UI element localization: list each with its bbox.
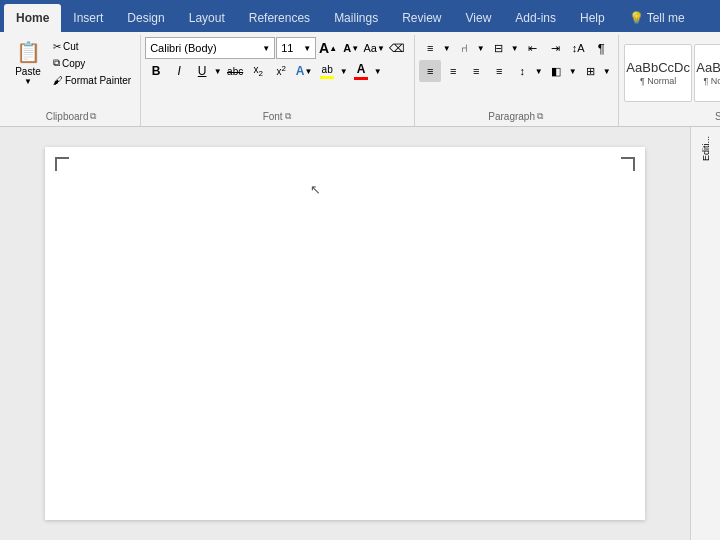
bold-button[interactable]: B (145, 60, 167, 82)
strikethrough-button[interactable]: abc (224, 60, 246, 82)
tab-view[interactable]: View (454, 4, 504, 32)
tab-home[interactable]: Home (4, 4, 61, 32)
superscript-button[interactable]: x2 (270, 60, 292, 82)
font-color-dropdown-button[interactable]: ▼ (373, 60, 383, 82)
line-spacing-dropdown[interactable]: ▼ (534, 60, 544, 82)
tab-mailings[interactable]: Mailings (322, 4, 390, 32)
styles-list: AaBbCcDc ¶ Normal AaBbCcDc ¶ No Spac... … (623, 43, 720, 103)
paragraph-row2: ≡ ≡ ≡ ≡ ↕ ▼ ◧ (419, 60, 612, 82)
font-color-wrapper: ▼ (373, 60, 383, 82)
document-area[interactable]: ↖ (0, 127, 690, 540)
font-size-dropdown[interactable]: 11 ▼ (276, 37, 316, 59)
font-controls: Calibri (Body) ▼ 11 ▼ A ▲ A ▼ (145, 37, 408, 82)
format-painter-button[interactable]: 🖌 Format Painter (50, 72, 134, 88)
eraser-icon: ⌫ (389, 42, 405, 55)
page-corner-tl (55, 157, 69, 171)
increase-indent-icon: ⇥ (551, 42, 560, 55)
decrease-indent-button[interactable]: ⇤ (521, 37, 543, 59)
style-normal-preview: AaBbCcDc (626, 61, 690, 74)
paragraph-expander[interactable]: ⧉ (537, 111, 543, 122)
align-center-button[interactable]: ≡ (442, 60, 464, 82)
tab-layout[interactable]: Layout (177, 4, 237, 32)
borders-button[interactable]: ⊞ (579, 60, 601, 82)
tab-help[interactable]: Help (568, 4, 617, 32)
font-group: Calibri (Body) ▼ 11 ▼ A ▲ A ▼ (141, 35, 415, 126)
font-name-dropdown[interactable]: Calibri (Body) ▼ (145, 37, 275, 59)
borders-icon: ⊞ (586, 65, 595, 78)
tab-insert[interactable]: Insert (61, 4, 115, 32)
align-left-button[interactable]: ≡ (419, 60, 441, 82)
clipboard-group-content: 📋 Paste ▼ ✂ Cut ⧉ Copy 🖌 Format P (8, 37, 134, 109)
clipboard-group: 📋 Paste ▼ ✂ Cut ⧉ Copy 🖌 Format P (4, 35, 141, 126)
highlight-button[interactable]: ab (316, 60, 338, 82)
styles-group: AaBbCcDc ¶ Normal AaBbCcDc ¶ No Spac... … (619, 35, 720, 126)
effects-arrow: ▼ (305, 67, 313, 76)
tab-review[interactable]: Review (390, 4, 453, 32)
line-spacing-icon: ↕ (519, 65, 525, 77)
line-spacing-button[interactable]: ↕ (511, 60, 533, 82)
borders-dropdown[interactable]: ▼ (602, 60, 612, 82)
text-effects-icon: A (296, 64, 305, 78)
copy-button[interactable]: ⧉ Copy (50, 55, 134, 71)
align-right-icon: ≡ (473, 65, 479, 77)
cursor: ↖ (310, 182, 321, 197)
style-normal[interactable]: AaBbCcDc ¶ Normal (624, 44, 692, 102)
underline-button[interactable]: U (191, 60, 213, 82)
sort-button[interactable]: ↕A (567, 37, 589, 59)
font-grow-icon: A (319, 40, 329, 56)
tab-addins[interactable]: Add-ins (503, 4, 568, 32)
font-expander[interactable]: ⧉ (285, 111, 291, 122)
cut-button[interactable]: ✂ Cut (50, 38, 134, 54)
font-shrink-button[interactable]: A ▼ (340, 37, 362, 59)
paste-label: Paste (15, 66, 41, 77)
increase-indent-button[interactable]: ⇥ (544, 37, 566, 59)
font-grow-button[interactable]: A ▲ (317, 37, 339, 59)
cut-icon: ✂ (53, 41, 61, 52)
shading-button[interactable]: ◧ (545, 60, 567, 82)
highlight-dropdown-button[interactable]: ▼ (339, 60, 349, 82)
numbering-button[interactable]: ⑁ (453, 37, 475, 59)
font-name-arrow: ▼ (262, 44, 270, 53)
font-name-row: Calibri (Body) ▼ 11 ▼ A ▲ A ▼ (145, 37, 408, 59)
tab-references[interactable]: References (237, 4, 322, 32)
shading-dropdown[interactable]: ▼ (568, 60, 578, 82)
copy-icon: ⧉ (53, 57, 60, 69)
style-no-spacing[interactable]: AaBbCcDc ¶ No Spac... (694, 44, 720, 102)
font-group-content: Calibri (Body) ▼ 11 ▼ A ▲ A ▼ (145, 37, 408, 109)
text-effects-button[interactable]: A ▼ (293, 60, 315, 82)
style-nospace-preview: AaBbCcDc (696, 61, 720, 74)
font-group-label: Font ⧉ (145, 109, 408, 124)
paragraph-controls: ≡ ▼ ⑁ ▼ ⊟ ▼ ⇤ ⇥ (419, 37, 612, 82)
clear-format-button[interactable]: ⌫ (386, 37, 408, 59)
multilevel-icon: ⊟ (494, 42, 503, 55)
subscript-icon: x2 (253, 64, 262, 78)
editing-panel-label: Editi... (692, 131, 720, 166)
tab-design[interactable]: Design (115, 4, 176, 32)
paste-button[interactable]: 📋 Paste ▼ (8, 37, 48, 89)
justify-button[interactable]: ≡ (488, 60, 510, 82)
bullets-button[interactable]: ≡ (419, 37, 441, 59)
sort-icon: ↕A (572, 42, 585, 54)
subscript-button[interactable]: x2 (247, 60, 269, 82)
case-arrow: ▼ (377, 44, 385, 53)
align-right-button[interactable]: ≡ (465, 60, 487, 82)
highlight-wrapper: ▼ (339, 60, 349, 82)
tab-tell[interactable]: 💡 Tell me (617, 4, 697, 32)
clipboard-expander[interactable]: ⧉ (90, 111, 96, 122)
multilevel-dropdown[interactable]: ▼ (510, 37, 520, 59)
multilevel-button[interactable]: ⊟ (487, 37, 509, 59)
bullets-dropdown[interactable]: ▼ (442, 37, 452, 59)
paragraph-row1: ≡ ▼ ⑁ ▼ ⊟ ▼ ⇤ ⇥ (419, 37, 612, 59)
numbering-dropdown[interactable]: ▼ (476, 37, 486, 59)
decrease-indent-icon: ⇤ (528, 42, 537, 55)
document-page: ↖ (45, 147, 645, 520)
underline-dropdown-button[interactable]: ▼ (213, 60, 223, 82)
change-case-button[interactable]: Aa ▼ (363, 37, 385, 59)
align-left-icon: ≡ (427, 65, 433, 77)
font-color-button[interactable]: A (350, 60, 372, 82)
strikethrough-icon: abc (227, 66, 243, 77)
ribbon: 📋 Paste ▼ ✂ Cut ⧉ Copy 🖌 Format P (0, 32, 720, 127)
highlight-color-bar (320, 76, 334, 79)
show-marks-button[interactable]: ¶ (590, 37, 612, 59)
italic-button[interactable]: I (168, 60, 190, 82)
